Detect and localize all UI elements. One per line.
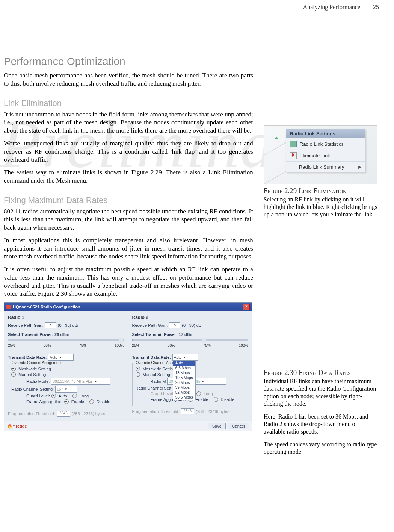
paragraph: It is often useful to adjust the maximum… — [4, 265, 253, 298]
paragraph: In most applications this is completely … — [4, 236, 253, 261]
rx-gain-label: Receive Path Gain: — [8, 323, 44, 328]
frame-agg-label: Frame Aggregation: — [26, 399, 63, 404]
rate-option[interactable]: 52 Mbps — [173, 390, 195, 395]
figure-2-29-title: Figure 2.29 Link Elimination — [264, 187, 379, 195]
radio1-title: Radio 1 — [8, 315, 124, 320]
figure-2-30-caption: Here, Radio 1 has been set to 36 Mbps, a… — [264, 413, 379, 435]
submenu-arrow-icon: ▶ — [358, 165, 361, 169]
override-channel-fieldset: Override Channel Assignment Meshwide Set… — [8, 363, 124, 408]
paragraph: The easiest way to eliminate links is sh… — [4, 168, 253, 185]
radio1-panel: Radio 1 Receive Path Gain: 5 (0 - 30) dB… — [4, 311, 128, 421]
agg-disable-radio[interactable] — [214, 397, 218, 402]
radio-channel-label: Radio Channel Sett — [136, 386, 171, 390]
figure-2-30-title: Figure 2.30 Fixing Data Rates — [264, 369, 379, 377]
heading-performance-optimization: Performance Optimization — [4, 56, 379, 68]
frag-threshold-input[interactable]: 2346 — [57, 411, 70, 417]
tx-rate-dropdown[interactable]: Auto▼ — [48, 354, 74, 361]
tx-rate-label: Transmit Data Rate: — [8, 355, 47, 360]
tx-rate-label: Transmit Data Rate: — [132, 355, 171, 360]
rate-option[interactable]: 58.5 Mbps — [173, 395, 195, 400]
save-button[interactable]: Save — [208, 423, 226, 429]
frag-range: (256 - 2346) bytes — [196, 409, 229, 414]
frag-threshold-label: Fragmentation Threshold: — [8, 411, 55, 416]
guard-auto-radio[interactable] — [51, 394, 56, 398]
radio-mode-dropdown[interactable]: 802.11NA; 40 MHz Plus▼ — [51, 378, 110, 385]
rx-gain-unit: (0 - 30) dBi — [182, 323, 202, 328]
meshwide-radio[interactable] — [11, 367, 16, 371]
page-number: 25 — [373, 4, 379, 11]
guard-long-radio[interactable] — [72, 394, 77, 398]
menu-item-eliminate[interactable]: ✖ Eliminate Link — [286, 150, 365, 161]
agg-enable-radio[interactable] — [64, 399, 69, 404]
context-menu[interactable]: Radio Link Settings Radio Link Statistic… — [286, 129, 365, 172]
agg-disable-radio[interactable] — [89, 399, 94, 404]
tx-power-slider[interactable] — [132, 339, 249, 341]
rate-option[interactable]: 19.5 Mbps — [173, 375, 195, 380]
rx-gain-label: Receive Path Gain: — [132, 323, 168, 328]
heading-link-elimination: Link Elimination — [4, 98, 253, 108]
tx-power-label: Select Transmit Power: 26 dBm — [8, 332, 69, 337]
table-icon — [290, 141, 297, 147]
rate-option[interactable]: 13 Mbps — [173, 370, 195, 375]
radio-mode-label: Radio M — [151, 379, 166, 384]
figure-2-30-caption: The speed choices vary according to radi… — [264, 441, 379, 456]
rate-option[interactable]: 6.5 Mbps — [173, 366, 195, 370]
rate-option[interactable]: 26 Mbps — [173, 380, 195, 385]
context-menu-title: Radio Link Settings — [286, 129, 365, 138]
rate-option[interactable]: Auto — [173, 361, 195, 366]
dialog-title: HQnode-0521 Radio Configuration — [13, 305, 80, 309]
radio-channel-dropdown[interactable]: 157▼ — [55, 386, 77, 393]
slider-ticks: 25% 50% 75% 100% — [132, 343, 249, 348]
slider-ticks: 25% 50% 75% 100% — [8, 343, 124, 348]
manual-radio[interactable] — [136, 372, 140, 377]
guard-level-label: Guard Level: — [26, 394, 50, 398]
guard-long-radio[interactable] — [196, 391, 201, 396]
menu-item-statistics[interactable]: Radio Link Statistics — [286, 138, 365, 150]
radio2-panel: Radio 2 Receive Path Gain: 5 (0 - 30) dB… — [128, 311, 252, 421]
menu-item-summary[interactable]: Radio Link Summary ▶ — [286, 161, 365, 172]
rx-gain-input[interactable]: 5 — [45, 322, 56, 328]
firetide-brand: 🔥firetide — [7, 424, 27, 429]
figure-2-30-caption: Individual RF links can have their maxim… — [264, 378, 379, 408]
frag-range: (256 - 2346) bytes — [72, 411, 105, 416]
meshwide-radio[interactable] — [136, 367, 140, 371]
running-header: Analyzing Performance 25 — [4, 4, 379, 11]
radio2-title: Radio 2 — [132, 315, 249, 320]
paragraph: It is not uncommon to have nodes in the … — [4, 110, 253, 135]
x-icon: ✖ — [290, 152, 297, 159]
tx-rate-dropdown[interactable]: Auto▼ Auto 6.5 Mbps 13 Mbps 19.5 Mbps 26… — [172, 354, 198, 361]
rx-gain-unit: (0 - 30) dBi — [58, 323, 78, 328]
figure-2-29-image: Radio Link Settings Radio Link Statistic… — [264, 125, 377, 184]
figure-2-29-caption: Selecting an RF link by clicking on it w… — [264, 196, 379, 218]
close-button[interactable]: × — [243, 304, 250, 310]
cancel-button[interactable]: Cancel — [228, 423, 249, 429]
frag-threshold-label: Fragmentation Threshold: — [132, 409, 180, 414]
heading-fixing-max-data-rates: Fixing Maximum Data Rates — [4, 195, 253, 205]
flame-icon: 🔥 — [7, 424, 12, 429]
tx-power-slider[interactable] — [8, 339, 124, 341]
section-name: Analyzing Performance — [303, 4, 360, 11]
guard-level-label: Guard Level: — [151, 391, 174, 396]
radio-mode-label: Radio Mode: — [26, 379, 50, 384]
paragraph: Worse, unexpected links are usually of m… — [4, 139, 253, 164]
manual-radio[interactable] — [11, 372, 16, 377]
radio-configuration-dialog: HQnode-0521 Radio Configuration × Radio … — [4, 302, 252, 431]
rate-option[interactable]: 39 Mbps — [173, 385, 195, 390]
rx-gain-input[interactable]: 5 — [169, 322, 180, 328]
tx-rate-dropdown-list[interactable]: Auto 6.5 Mbps 13 Mbps 19.5 Mbps 26 Mbps … — [173, 360, 196, 400]
radio-channel-label: Radio Channel Setting: — [11, 387, 54, 391]
firetide-icon — [6, 305, 11, 309]
frag-threshold-input[interactable]: 2346 — [181, 408, 194, 414]
dialog-titlebar[interactable]: HQnode-0521 Radio Configuration × — [4, 303, 252, 311]
override-legend: Override Channel Assignment — [11, 361, 63, 365]
intro-paragraph: Once basic mesh performance has been ver… — [4, 71, 253, 88]
paragraph: 802.11 radios automatically negotiate th… — [4, 207, 253, 232]
tx-power-label: Select Transmit Power: 17 dBm — [132, 332, 194, 337]
